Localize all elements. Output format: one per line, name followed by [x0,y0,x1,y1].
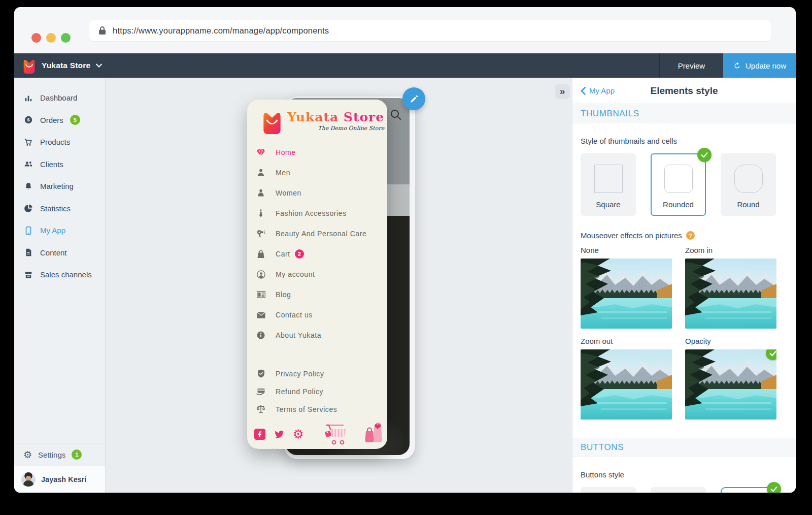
app-menu-drawer: Yukata Store The Demo Online Store Home … [247,100,387,449]
bag-logo-icon [261,110,283,134]
preview-button[interactable]: Preview [659,53,723,78]
maximize-window-button[interactable] [61,33,71,43]
gear-icon-social[interactable]: ⚙ [293,428,304,440]
url-bar[interactable]: https://www.yourappname.com/manage/app/c… [89,20,771,41]
effect-opacity: Opacity [685,337,776,420]
edit-menu-button[interactable] [402,87,425,110]
mouseover-effects-grid: None Zoom in Zoom out Opacity [581,246,788,420]
thumbnail-style-options: Square Rounded Round [581,153,788,216]
option-rounded[interactable]: Rounded [651,153,706,216]
cart-badge: 2 [295,249,304,259]
document-icon [23,247,33,258]
menu-item-cart[interactable]: Cart 2 [247,244,387,264]
orders-badge: 5 [70,115,80,125]
lock-icon [98,26,106,35]
drawer-social-row: ⚙ [254,423,387,445]
button-option-1[interactable] [581,487,636,493]
shield-icon [254,369,267,378]
decorative-cart-illustration [324,422,350,446]
sidebar-nav: Dashboard $ Orders 5 Products Clients [14,78,105,286]
menu-item-men[interactable]: Men [247,163,387,183]
menu-item-home[interactable]: Home [247,142,387,163]
store-logo: Yukata Store The Demo Online Store [261,110,387,134]
sidebar-item-content[interactable]: Content [14,242,105,264]
url-text: https://www.yourappname.com/manage/app/c… [113,26,329,36]
button-option-3[interactable] [721,487,776,493]
menu-item-privacy-policy[interactable]: Privacy Policy [247,365,387,382]
scales-icon [254,405,267,413]
lake-photo [685,259,776,329]
menu-item-about[interactable]: About Yukata [247,325,387,345]
elements-style-panel: My App Elements style THUMBNAILS Style o… [572,78,796,493]
storefront-icon [23,270,33,280]
sidebar-item-orders[interactable]: $ Orders 5 [14,109,105,132]
phone-icon [23,226,33,236]
menu-item-fashion-accessories[interactable]: Fashion Accessories [247,203,387,223]
section-thumbnails: THUMBNAILS [572,104,796,123]
svg-text:$: $ [27,117,30,122]
effect-opacity-thumbnail[interactable] [685,349,776,420]
effect-zoom-out-thumbnail[interactable] [581,349,672,420]
section-buttons: BUTTONS [572,438,796,457]
menu-item-contact-us[interactable]: Contact us [247,305,387,325]
menu-item-my-account[interactable]: My account [247,264,387,284]
menu-item-blog[interactable]: Blog [247,284,387,305]
browser-window: https://www.yourappname.com/manage/app/c… [14,7,796,493]
search-icon [389,108,402,121]
sidebar-item-dashboard[interactable]: Dashboard [14,87,105,109]
update-now-button[interactable]: Update now [723,53,796,78]
menu-item-refund-policy[interactable]: Refund Policy [247,382,387,400]
button-option-2[interactable] [651,487,706,493]
collapse-panel-button[interactable]: » [555,84,570,99]
effect-none-thumbnail[interactable] [581,259,672,329]
minimize-window-button[interactable] [46,33,56,43]
selected-check-icon [767,482,781,493]
effect-none: None [581,246,672,329]
sidebar-item-marketing[interactable]: Marketing [14,175,105,198]
settings-badge: 1 [72,449,82,460]
menu-item-beauty-personal-care[interactable]: Beauty And Personal Care [247,223,387,244]
store-logo-tagline: The Demo Online Store [318,125,384,132]
sidebar-item-statistics[interactable]: Statistics [14,198,105,220]
effect-zoom-in-thumbnail[interactable] [685,259,776,329]
sidebar-item-clients[interactable]: Clients [14,153,105,176]
close-window-button[interactable] [31,33,41,43]
account-icon [254,270,267,279]
sidebar-item-my-app[interactable]: My App [14,219,105,242]
thumbnail-style-label: Style of thumbnails and cells [581,137,788,145]
user-profile[interactable]: Jayash Kesri [14,466,105,493]
decorative-bags-illustration [362,420,383,444]
diamond-icon [254,148,267,156]
help-icon[interactable]: ? [686,231,695,240]
drawer-menu: Home Men Women Fashion Accessories [247,142,387,345]
user-name: Jayash Kesri [41,475,86,484]
man-icon [254,169,267,177]
option-square[interactable]: Square [581,153,636,216]
chevron-down-icon [96,63,102,68]
twitter-icon[interactable] [273,429,285,440]
store-switcher[interactable]: Yukata Store [14,58,102,74]
square-shape-icon [594,165,623,193]
sidebar-item-sales-channels[interactable]: Sales channels [14,264,105,286]
avatar [21,472,36,487]
back-to-my-app-link[interactable]: My App [581,86,615,95]
newspaper-icon [254,291,267,298]
round-shape-icon [734,165,763,193]
option-round[interactable]: Round [721,153,776,216]
hairdryer-icon [254,230,267,238]
pencil-icon [409,93,420,105]
people-icon [23,159,33,169]
sidebar-item-settings[interactable]: ⚙ Settings 1 [14,443,105,466]
drawer-legal-menu: Privacy Policy Refund Policy Terms of Se… [247,365,387,418]
lake-photo [685,349,776,420]
bell-icon [23,181,33,191]
sidebar-item-products[interactable]: Products [14,131,105,153]
chevron-left-icon [581,87,586,95]
store-logo-title: Yukata Store [287,110,384,124]
facebook-icon[interactable] [254,429,265,440]
tie-icon [254,209,267,218]
lake-photo [581,259,672,329]
menu-item-terms-of-services[interactable]: Terms of Services [247,400,387,418]
menu-item-women[interactable]: Women [247,183,387,203]
refund-icon [254,388,267,395]
